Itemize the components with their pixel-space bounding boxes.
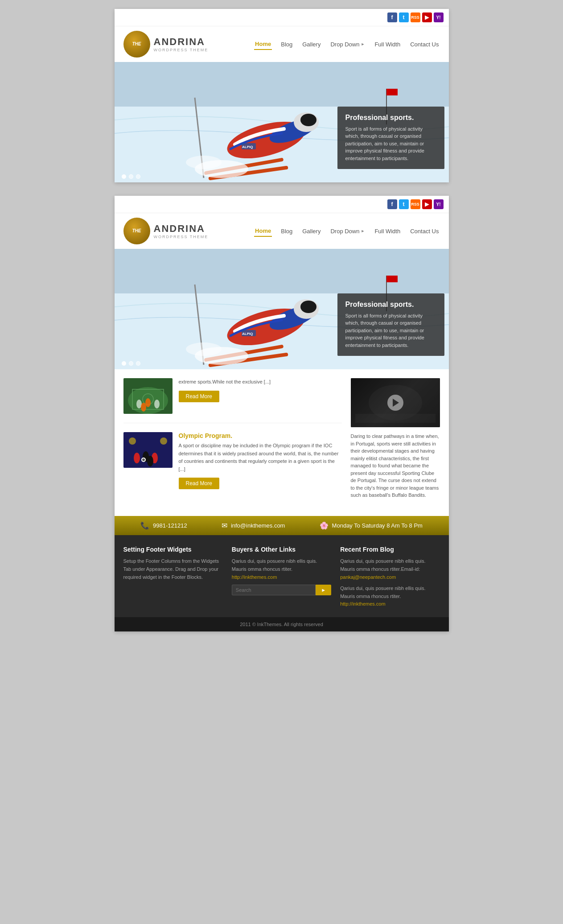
svg-point-29	[186, 342, 222, 356]
clock-icon: 🌸	[320, 521, 329, 530]
nav-home-1[interactable]: Home	[254, 39, 272, 50]
nav-gallery-1[interactable]: Gallery	[301, 39, 321, 50]
facebook-icon[interactable]: f	[387, 12, 397, 22]
nav-home-2[interactable]: Home	[254, 226, 272, 237]
footer-col3-text1: Qarius dui, quis posuere nibh ellis quis…	[340, 557, 440, 581]
slider-caption-2: Professional sports. Sport is all forms …	[337, 293, 444, 356]
dot-2[interactable]	[129, 174, 133, 179]
nav-contact-2[interactable]: Contact Us	[409, 226, 440, 236]
site-card-1: f t RSS ▶ Y! THE ANDRINA WORDPRESS THEME…	[115, 9, 449, 182]
svg-point-37	[145, 398, 151, 407]
youtube-icon-2[interactable]: ▶	[422, 199, 432, 209]
nav-contact-1[interactable]: Contact Us	[409, 39, 440, 50]
footer-main: Setting Footer Widgets Setup the Footer …	[115, 535, 449, 617]
footer-email: ✉ info@inkthemes.com	[222, 521, 285, 530]
footer-blog-link-2[interactable]: http://inkthemes.com	[340, 601, 386, 606]
footer-search-wrap: ►	[232, 585, 331, 595]
logo-circle-2: THE	[123, 218, 150, 244]
nav-dropdown-1[interactable]: Drop Down ►	[329, 39, 366, 50]
slider-title-2: Professional sports.	[345, 301, 436, 309]
footer-search-input[interactable]	[232, 585, 316, 595]
svg-rect-15	[386, 89, 398, 95]
footer-col-1: Setting Footer Widgets Setup the Footer …	[123, 546, 223, 608]
site-header-1: THE ANDRINA WORDPRESS THEME Home Blog Ga…	[115, 26, 449, 62]
footer-phone-text: 9981-121212	[153, 522, 187, 529]
footer-col-3: Recent From Blog Qarius dui, quis posuer…	[340, 546, 440, 608]
post-excerpt-2: A sport or discipline may be included in…	[179, 442, 342, 473]
social-bar-2: f t RSS ▶ Y!	[115, 196, 449, 213]
facebook-icon-2[interactable]: f	[387, 199, 397, 209]
post-1: extreme sports.While not the exclusive […	[123, 378, 342, 423]
nav-dropdown-2[interactable]: Drop Down ►	[329, 226, 366, 236]
svg-point-48	[142, 458, 145, 461]
twitter-icon[interactable]: t	[399, 12, 409, 22]
post-body-2: Olympic Program. A sport or discipline m…	[179, 432, 342, 489]
video-bg-svg	[351, 378, 440, 427]
social-bar-1: f t RSS ▶ Y!	[115, 9, 449, 26]
nav-fullwidth-2[interactable]: Full Width	[374, 226, 401, 236]
svg-point-39	[141, 403, 146, 412]
dropdown-arrow-2: ►	[361, 229, 365, 233]
rss-icon-2[interactable]: RSS	[411, 199, 420, 209]
dropdown-arrow-1: ►	[361, 42, 365, 46]
post-body-1: extreme sports.While not the exclusive […	[179, 378, 271, 414]
post-thumb-1	[123, 378, 173, 414]
footer-blog-link-1[interactable]: pankaj@neepantech.com	[340, 574, 396, 580]
read-more-btn-1[interactable]: Read More	[179, 391, 219, 402]
footer-bottom: 2011 © InkThemes. All rights reserved	[115, 617, 449, 631]
read-more-btn-2[interactable]: Read More	[179, 478, 219, 489]
nav-blog-1[interactable]: Blog	[280, 39, 293, 50]
nav-fullwidth-1[interactable]: Full Width	[374, 39, 401, 50]
youtube-icon[interactable]: ▶	[422, 12, 432, 22]
site-card-2: f t RSS ▶ Y! THE ANDRINA WORDPRESS THEME…	[115, 196, 449, 631]
nav-gallery-2[interactable]: Gallery	[301, 226, 321, 236]
rss-icon[interactable]: RSS	[411, 12, 420, 22]
footer-col1-title: Setting Footer Widgets	[123, 546, 223, 553]
content-area: extreme sports.While not the exclusive […	[115, 369, 449, 516]
sidebar-video[interactable]	[351, 378, 440, 427]
footer-phone: 📞 9981-121212	[140, 521, 187, 530]
main-nav-2: Home Blog Gallery Drop Down ► Full Width…	[254, 226, 440, 237]
logo-1[interactable]: THE ANDRINA WORDPRESS THEME	[123, 31, 209, 58]
footer-col2-title: Buyers & Other Links	[232, 546, 331, 553]
svg-point-13	[186, 156, 222, 169]
dot-5[interactable]	[129, 361, 133, 366]
post-img-2	[123, 432, 173, 468]
dot-1[interactable]	[122, 174, 126, 179]
slider-text-1: Sport is all forms of physical activity …	[345, 125, 436, 162]
post-thumb-2	[123, 432, 173, 468]
footer-col1-text: Setup the Footer Columns from the Widget…	[123, 557, 223, 581]
logo-circle-1: THE	[123, 31, 150, 58]
slider-text-2: Sport is all forms of physical activity …	[345, 312, 436, 349]
footer-search-button[interactable]: ►	[316, 585, 331, 595]
svg-text:ALPIQ: ALPIQ	[242, 145, 253, 149]
brand-name-1: ANDRINA	[154, 36, 209, 48]
post-2: Olympic Program. A sport or discipline m…	[123, 432, 342, 498]
slider-dots-1	[122, 174, 140, 179]
sidebar-video-text: Daring to clear pathways in a time when,…	[351, 433, 440, 499]
logo-2[interactable]: THE ANDRINA WORDPRESS THEME	[123, 218, 209, 244]
brand-sub-2: WORDPRESS THEME	[154, 235, 209, 239]
slider-2: ALPIQ Professional sports. Sport is all …	[115, 249, 449, 369]
dot-3[interactable]	[136, 174, 140, 179]
main-nav-1: Home Blog Gallery Drop Down ► Full Width…	[254, 39, 440, 50]
slider-caption-1: Professional sports. Sport is all forms …	[337, 107, 444, 169]
yahoo-icon[interactable]: Y!	[434, 12, 444, 22]
footer-col2-text: Qarius dui, quis posuere nibh ellis quis…	[232, 557, 331, 573]
yahoo-icon-2[interactable]: Y!	[434, 199, 444, 209]
footer-col3-title: Recent From Blog	[340, 546, 440, 553]
svg-rect-51	[355, 414, 436, 423]
logo-the-text-2: THE	[132, 229, 141, 233]
dot-6[interactable]	[136, 361, 140, 366]
brand-sub-1: WORDPRESS THEME	[154, 48, 209, 52]
slider-title-1: Professional sports.	[345, 114, 436, 122]
svg-text:ALPIQ: ALPIQ	[242, 332, 253, 336]
main-content: extreme sports.While not the exclusive […	[123, 378, 342, 507]
twitter-icon-2[interactable]: t	[399, 199, 409, 209]
dot-4[interactable]	[122, 361, 126, 366]
svg-point-23	[300, 301, 316, 313]
slider-1: ALPIQ Professional sports. Sport is all …	[115, 62, 449, 182]
footer-link-1[interactable]: http://inkthemes.com	[232, 574, 277, 580]
footer-col3-text2: Qarius dui, quis posuere nibh ellis quis…	[340, 585, 440, 608]
nav-blog-2[interactable]: Blog	[280, 226, 293, 236]
